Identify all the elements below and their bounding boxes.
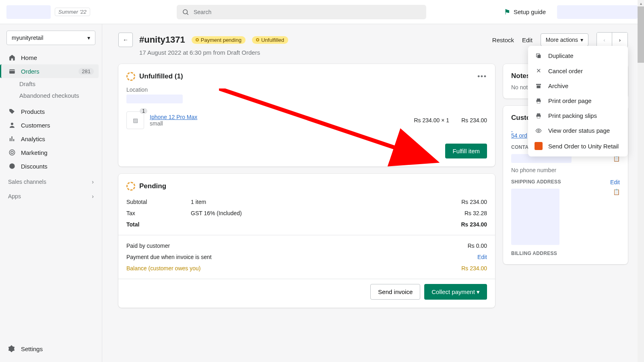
dropdown-cancel[interactable]: ✕ Cancel order bbox=[528, 63, 628, 78]
sidebar: myunityretail ▾ Home Orders 281 Drafts A… bbox=[0, 24, 102, 362]
eye-icon bbox=[535, 128, 543, 134]
tag-icon bbox=[8, 107, 16, 115]
line-item: ▨ 1 Iphone 12 Pro Max small Rs 234.00 × … bbox=[126, 111, 487, 129]
search-input[interactable]: Search bbox=[177, 5, 426, 19]
paid-value: Rs 0.00 bbox=[468, 243, 487, 249]
dropdown-view-status-label: View order status page bbox=[548, 127, 610, 134]
arrow-left-icon: ← bbox=[123, 37, 128, 43]
qty-badge: 1 bbox=[140, 108, 147, 114]
dropdown-print-packing-label: Print packing slips bbox=[548, 112, 597, 119]
nav-sales-channels[interactable]: Sales channels › bbox=[3, 173, 99, 187]
balance-value: Rs 234.00 bbox=[461, 265, 487, 272]
back-button[interactable]: ← bbox=[118, 33, 133, 47]
image-icon: ▨ bbox=[133, 117, 138, 123]
nav-orders[interactable]: Orders 281 bbox=[0, 64, 99, 78]
shipping-address bbox=[511, 189, 559, 245]
card-more-icon[interactable]: ••• bbox=[477, 72, 487, 80]
fulfill-item-button[interactable]: Fulfill item bbox=[445, 144, 487, 158]
dropdown-send-unity-label: Send Order to Unity Retail bbox=[548, 143, 619, 150]
svg-rect-2 bbox=[9, 70, 15, 74]
total-label: Total bbox=[126, 221, 191, 228]
search-wrap: Search bbox=[105, 5, 497, 19]
clipboard-icon[interactable]: 📋 bbox=[613, 189, 620, 195]
svg-point-8 bbox=[11, 151, 13, 154]
duplicate-icon bbox=[535, 53, 543, 59]
more-actions-dropdown: Duplicate ✕ Cancel order Archive Print o… bbox=[528, 46, 628, 156]
nav-customers[interactable]: Customers bbox=[3, 118, 99, 132]
subtotal-mid: 1 item bbox=[191, 199, 461, 205]
nav-settings[interactable]: Settings bbox=[3, 342, 99, 356]
nav-analytics[interactable]: Analytics bbox=[3, 132, 99, 146]
unity-app-icon bbox=[535, 142, 543, 150]
dropdown-send-unity[interactable]: Send Order to Unity Retail bbox=[528, 138, 628, 154]
more-actions-label: More actions bbox=[546, 37, 578, 43]
svg-rect-11 bbox=[537, 55, 541, 58]
payment-due-label: Payment due when invoice is sent bbox=[126, 254, 477, 260]
main-content: ← #unity1371 Payment pending Unfulfilled… bbox=[102, 24, 644, 362]
pending-title: Pending bbox=[139, 182, 166, 190]
balance-label: Balance (customer owes you) bbox=[126, 265, 461, 272]
edit-action[interactable]: Edit bbox=[522, 37, 533, 43]
scrollbar[interactable]: ▴ bbox=[638, 0, 644, 362]
pending-card: Pending Subtotal 1 item Rs 234.00 Tax GS… bbox=[118, 174, 495, 308]
dropdown-print-packing[interactable]: Print packing slips bbox=[528, 108, 628, 123]
line-price: Rs 234.00 bbox=[455, 117, 487, 123]
chevron-right-icon: › bbox=[92, 179, 94, 185]
flag-icon: ⚑ bbox=[504, 8, 510, 16]
unfulfilled-title: Unfulfilled (1) bbox=[139, 72, 183, 80]
svg-rect-13 bbox=[536, 84, 541, 85]
dropdown-print-order[interactable]: Print order page bbox=[528, 93, 628, 108]
send-invoice-button[interactable]: Send invoice bbox=[370, 284, 420, 300]
setup-guide-link[interactable]: ⚑ Setup guide bbox=[504, 8, 546, 16]
prev-order-button[interactable]: ‹ bbox=[597, 33, 612, 47]
summer-badge: Summer '22 bbox=[55, 8, 90, 16]
person-icon bbox=[8, 121, 16, 129]
setup-guide-label: Setup guide bbox=[514, 8, 546, 15]
svg-point-7 bbox=[9, 150, 15, 155]
marketing-icon bbox=[8, 148, 16, 156]
nav-abandoned[interactable]: Abandoned checkouts bbox=[3, 90, 99, 101]
header-actions: Restock Edit More actions ▾ ‹ › bbox=[492, 32, 628, 47]
unfulfilled-card: Unfulfilled (1) ••• Location ▨ 1 bbox=[118, 64, 495, 167]
subtotal-label: Subtotal bbox=[126, 199, 191, 205]
billing-label: BILLING ADDRESS bbox=[511, 251, 557, 256]
svg-rect-14 bbox=[537, 85, 540, 88]
location-value bbox=[126, 95, 183, 103]
nav-home[interactable]: Home bbox=[3, 51, 99, 64]
payment-due-edit[interactable]: Edit bbox=[477, 254, 487, 260]
nav-marketing[interactable]: Marketing bbox=[3, 146, 99, 159]
payment-status-badge: Payment pending bbox=[192, 36, 246, 44]
archive-icon bbox=[535, 83, 543, 89]
next-order-button[interactable]: › bbox=[612, 33, 627, 47]
restock-action[interactable]: Restock bbox=[492, 37, 514, 43]
nav-discounts[interactable]: Discounts bbox=[3, 159, 99, 173]
order-title: #unity1371 bbox=[139, 35, 185, 45]
nav-drafts[interactable]: Drafts bbox=[3, 78, 99, 90]
scroll-up-button[interactable]: ▴ bbox=[638, 0, 644, 6]
nav-apps[interactable]: Apps › bbox=[3, 187, 99, 202]
caret-down-icon: ▾ bbox=[580, 37, 583, 43]
collect-payment-button[interactable]: Collect payment ▾ bbox=[424, 284, 487, 300]
dropdown-view-status[interactable]: View order status page bbox=[528, 123, 628, 138]
user-menu[interactable] bbox=[557, 5, 638, 19]
unit-price: Rs 234.00 × 1 bbox=[414, 117, 449, 123]
pending-ring-icon bbox=[126, 182, 135, 191]
svg-rect-6 bbox=[13, 139, 14, 141]
subtotal-value: Rs 234.00 bbox=[461, 199, 487, 205]
analytics-icon bbox=[8, 135, 16, 143]
print-icon bbox=[535, 113, 543, 119]
dropdown-duplicate[interactable]: Duplicate bbox=[528, 48, 628, 63]
nav-products[interactable]: Products bbox=[3, 105, 99, 118]
caret-down-icon: ▾ bbox=[87, 35, 90, 41]
product-thumbnail[interactable]: ▨ bbox=[126, 111, 144, 129]
more-actions-button[interactable]: More actions ▾ bbox=[541, 33, 588, 46]
shipping-edit-link[interactable]: Edit bbox=[610, 179, 620, 185]
store-selector[interactable]: myunityretail ▾ bbox=[6, 31, 95, 45]
chevron-right-icon: › bbox=[619, 37, 621, 43]
product-name-link[interactable]: Iphone 12 Pro Max bbox=[150, 114, 197, 120]
gear-icon bbox=[8, 345, 16, 353]
tax-label: Tax bbox=[126, 210, 191, 216]
scrollbar-thumb[interactable] bbox=[638, 6, 644, 63]
tax-value: Rs 32.28 bbox=[464, 210, 487, 216]
dropdown-archive[interactable]: Archive bbox=[528, 78, 628, 93]
